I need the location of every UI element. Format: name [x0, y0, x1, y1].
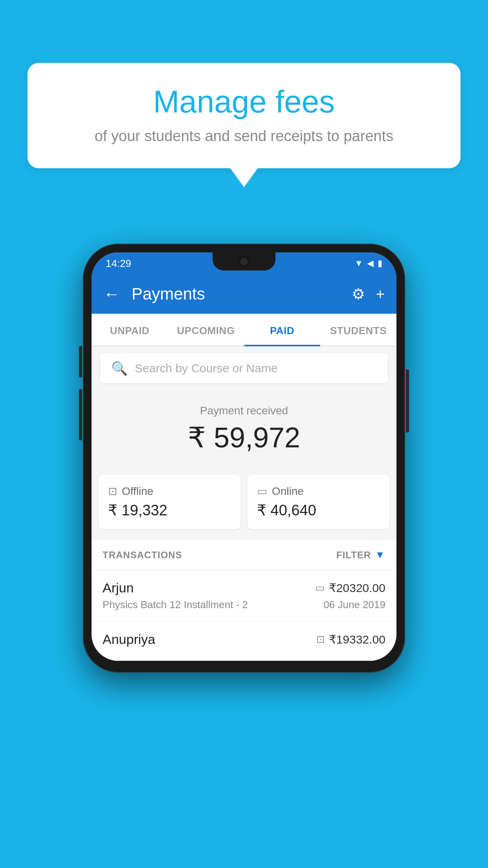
search-bar[interactable]: 🔍 Search by Course or Name: [100, 353, 388, 383]
transaction-top-1: Arjun ▭ ₹20320.00: [103, 580, 385, 596]
transaction-payment-icon-1: ▭: [315, 582, 325, 594]
phone-button-left-top: [79, 346, 82, 377]
search-container: 🔍 Search by Course or Name: [92, 346, 396, 390]
transaction-bottom-1: Physics Batch 12 Installment - 2 06 June…: [103, 599, 385, 611]
payment-received-section: Payment received ₹ 59,972: [92, 390, 396, 474]
app-bar: ← Payments ⚙ +: [92, 274, 396, 314]
filter-icon: ▼: [375, 549, 385, 561]
signal-icon: ◀: [367, 258, 374, 268]
phone-outer: 14:29 ▼ ◀ ▮ ← Payments ⚙ + UNPAID: [83, 244, 405, 673]
tab-students[interactable]: STUDENTS: [320, 314, 396, 346]
status-time: 14:29: [106, 257, 131, 270]
tab-unpaid[interactable]: UNPAID: [92, 314, 168, 346]
phone-notch: [213, 252, 275, 270]
online-amount: ₹ 40,640: [257, 502, 380, 519]
status-icons: ▼ ◀ ▮: [354, 258, 382, 268]
transaction-course-1: Physics Batch 12 Installment - 2: [103, 599, 248, 611]
bubble-title: Manage fees: [51, 85, 437, 119]
online-card: ▭ Online ₹ 40,640: [248, 474, 389, 529]
transaction-name-2: Anupriya: [103, 632, 155, 647]
transactions-label: TRANSACTIONS: [103, 550, 182, 561]
transaction-amount-wrap-1: ▭ ₹20320.00: [315, 581, 385, 595]
filter-label: FILTER: [336, 550, 371, 561]
transaction-amount-wrap-2: ⊡ ₹19332.00: [316, 633, 385, 646]
speech-bubble: Manage fees of your students and send re…: [28, 63, 460, 168]
back-button[interactable]: ←: [103, 285, 120, 303]
tabs-bar: UNPAID UPCOMING PAID STUDENTS: [92, 314, 396, 346]
offline-card-header: ⊡ Offline: [108, 485, 231, 498]
settings-icon[interactable]: ⚙: [352, 285, 365, 303]
online-label: Online: [272, 485, 304, 498]
app-bar-actions: ⚙ +: [352, 285, 385, 303]
search-icon: 🔍: [111, 360, 128, 376]
transaction-top-2: Anupriya ⊡ ₹19332.00: [103, 632, 385, 647]
bubble-subtitle: of your students and send receipts to pa…: [51, 128, 437, 145]
add-icon[interactable]: +: [376, 286, 385, 303]
online-card-header: ▭ Online: [257, 485, 380, 498]
phone-button-left-bottom: [79, 389, 82, 440]
phone-camera: [239, 256, 249, 267]
phone-mockup: 14:29 ▼ ◀ ▮ ← Payments ⚙ + UNPAID: [83, 244, 405, 673]
transaction-amount-2: ₹19332.00: [329, 633, 385, 646]
phone-screen: 14:29 ▼ ◀ ▮ ← Payments ⚙ + UNPAID: [92, 252, 396, 661]
filter-button[interactable]: FILTER ▼: [336, 549, 385, 561]
online-icon: ▭: [257, 485, 267, 498]
transaction-row[interactable]: Arjun ▭ ₹20320.00 Physics Batch 12 Insta…: [92, 570, 396, 622]
transaction-name-1: Arjun: [103, 580, 134, 596]
transaction-date-1: 06 June 2019: [323, 599, 385, 611]
payment-cards: ⊡ Offline ₹ 19,332 ▭ Online ₹ 40,640: [92, 474, 396, 540]
payment-received-amount: ₹ 59,972: [99, 421, 389, 454]
phone-button-right: [406, 370, 409, 432]
transaction-payment-icon-2: ⊡: [316, 633, 325, 645]
transaction-amount-1: ₹20320.00: [329, 581, 385, 595]
transaction-row-2[interactable]: Anupriya ⊡ ₹19332.00: [92, 622, 396, 661]
battery-icon: ▮: [378, 258, 382, 268]
offline-amount: ₹ 19,332: [108, 502, 231, 519]
offline-icon: ⊡: [108, 485, 117, 498]
tab-upcoming[interactable]: UPCOMING: [168, 314, 244, 346]
offline-card: ⊡ Offline ₹ 19,332: [99, 474, 240, 529]
search-input[interactable]: Search by Course or Name: [135, 362, 278, 375]
payment-received-label: Payment received: [99, 405, 389, 417]
offline-label: Offline: [122, 485, 153, 498]
transactions-header: TRANSACTIONS FILTER ▼: [92, 540, 396, 570]
wifi-icon: ▼: [354, 258, 363, 268]
tab-paid[interactable]: PAID: [244, 314, 320, 346]
app-bar-title: Payments: [132, 285, 344, 303]
